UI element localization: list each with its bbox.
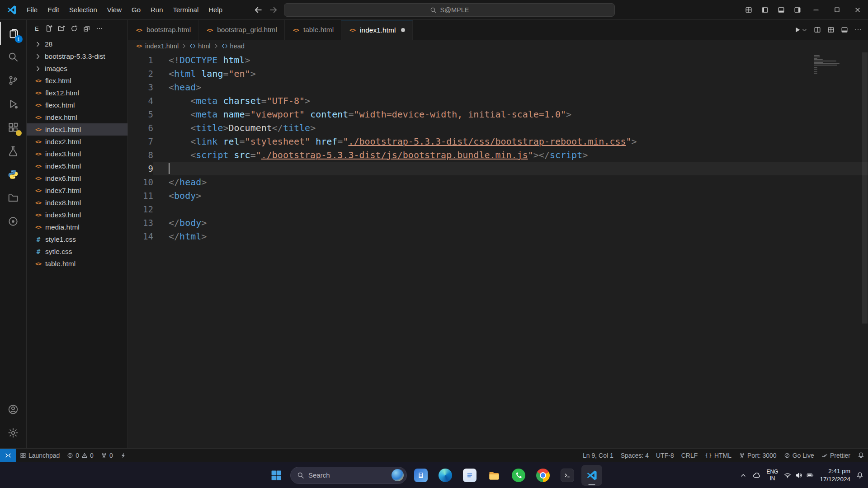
activity-item-source-control[interactable] xyxy=(0,69,27,92)
status-launchpad[interactable]: Launchpad xyxy=(16,449,63,462)
start-button[interactable] xyxy=(266,465,287,486)
menu-selection[interactable]: Selection xyxy=(64,0,102,19)
customize-layout-icon[interactable] xyxy=(745,6,752,14)
taskbar-calculator[interactable] xyxy=(410,465,431,486)
tab-table.html[interactable]: <>table.html xyxy=(285,20,341,40)
quick-settings[interactable] xyxy=(784,472,814,479)
activity-item-account[interactable] xyxy=(0,398,27,421)
line-number[interactable]: 8 xyxy=(128,148,153,162)
taskbar-terminal[interactable] xyxy=(557,465,578,486)
notification-bell-icon[interactable] xyxy=(856,472,863,479)
folder-item-28[interactable]: 28 xyxy=(27,38,127,50)
editor-more-actions-icon[interactable] xyxy=(854,26,862,33)
activity-item-folder[interactable] xyxy=(0,186,27,210)
remote-indicator[interactable] xyxy=(0,449,16,462)
file-item-table.html[interactable]: <>table.html xyxy=(27,258,127,270)
onedrive-cloud-icon[interactable] xyxy=(753,471,760,479)
code-line[interactable]: 11<body> xyxy=(128,189,868,202)
code-line[interactable]: 4 <meta charset="UTF-8"> xyxy=(128,94,868,108)
clock[interactable]: 2:41 pm 17/12/2024 xyxy=(820,467,850,483)
activity-item-extensions[interactable] xyxy=(0,116,27,139)
back-arrow-icon[interactable] xyxy=(253,5,263,15)
file-item-flexx.html[interactable]: <>flexx.html xyxy=(27,99,127,111)
hidden-icons-chevron[interactable] xyxy=(740,472,747,479)
file-item-sytle.css[interactable]: #sytle.css xyxy=(27,245,127,258)
status-port[interactable]: Port: 3000 xyxy=(735,449,780,462)
file-item-index3.html[interactable]: <>index3.html xyxy=(27,148,127,160)
more-actions-icon[interactable] xyxy=(96,25,103,32)
file-item-index1.html[interactable]: <>index1.html xyxy=(27,123,127,136)
line-number[interactable]: 11 xyxy=(128,189,153,202)
activity-item-testing[interactable] xyxy=(0,139,27,163)
file-item-index2.html[interactable]: <>index2.html xyxy=(27,136,127,148)
new-file-icon[interactable] xyxy=(45,25,52,32)
activity-item-search[interactable] xyxy=(0,45,27,69)
line-number[interactable]: 6 xyxy=(128,121,153,135)
code-line[interactable]: 1<!DOCTYPE html> xyxy=(128,53,868,67)
code-line[interactable]: 12 xyxy=(128,202,868,216)
code-line[interactable]: 7 <link rel="stylesheet" href="./bootstr… xyxy=(128,135,868,148)
command-center-search[interactable]: S@MPLE xyxy=(284,3,615,17)
tab-index1.html[interactable]: <>index1.html xyxy=(341,20,413,40)
file-item-flex12.html[interactable]: <>flex12.html xyxy=(27,87,127,99)
activity-item-run-and-debug[interactable] xyxy=(0,92,27,116)
taskbar-whatsapp[interactable] xyxy=(508,465,529,486)
line-number[interactable]: 12 xyxy=(128,202,153,216)
close-button[interactable] xyxy=(847,0,868,20)
line-number[interactable]: 2 xyxy=(128,67,153,80)
notifications-bell[interactable] xyxy=(854,449,868,462)
line-number[interactable]: 3 xyxy=(128,80,153,94)
toggle-panel-icon[interactable] xyxy=(778,6,785,14)
activity-item-settings[interactable] xyxy=(0,421,27,445)
menu-terminal[interactable]: Terminal xyxy=(168,0,204,19)
file-item-media.html[interactable]: <>media.html xyxy=(27,221,127,233)
activity-item-explorer[interactable]: 1 xyxy=(0,22,27,45)
scrollbar-thumb[interactable] xyxy=(862,52,868,324)
code-line[interactable]: 6 <title>Document</title> xyxy=(128,121,868,135)
line-number[interactable]: 5 xyxy=(128,108,153,121)
editor-scrollbar[interactable] xyxy=(862,52,868,448)
maximize-button[interactable] xyxy=(826,0,847,20)
line-number[interactable]: 13 xyxy=(128,216,153,230)
activity-item-disc[interactable] xyxy=(0,210,27,233)
menu-run[interactable]: Run xyxy=(146,0,168,19)
folder-item-bootstrap-5.3.3-dist[interactable]: bootstrap-5.3.3-dist xyxy=(27,50,127,62)
line-number[interactable]: 7 xyxy=(128,135,153,148)
status-go-live[interactable]: Go Live xyxy=(780,449,818,462)
code-editor[interactable]: 1<!DOCTYPE html>2<html lang="en">3<head>… xyxy=(128,52,868,448)
taskbar-notepad[interactable] xyxy=(459,465,480,486)
file-item-style1.css[interactable]: #style1.css xyxy=(27,233,127,245)
code-line[interactable]: 5 <meta name="viewport" content="width=d… xyxy=(128,108,868,121)
toggle-panel-bottom-icon[interactable] xyxy=(841,26,848,33)
line-number[interactable]: 4 xyxy=(128,94,153,108)
status-cursor-position[interactable]: Ln 9, Col 1 xyxy=(579,449,617,462)
collapse-folders-icon[interactable] xyxy=(83,25,90,32)
breadcrumb-item[interactable]: <>index1.html xyxy=(135,42,179,50)
file-item-index9.html[interactable]: <>index9.html xyxy=(27,209,127,221)
code-line[interactable]: 10</head> xyxy=(128,175,868,189)
line-number[interactable]: 9 xyxy=(128,162,153,175)
language-indicator[interactable]: ENG IN xyxy=(766,469,778,482)
code-line[interactable]: 13</body> xyxy=(128,216,868,230)
menu-go[interactable]: Go xyxy=(127,0,146,19)
folder-item-images[interactable]: images xyxy=(27,62,127,75)
taskbar-search[interactable]: Search xyxy=(290,467,407,484)
file-item-index6.html[interactable]: <>index6.html xyxy=(27,172,127,184)
file-item-flex.html[interactable]: <>flex.html xyxy=(27,75,127,87)
forward-arrow-icon[interactable] xyxy=(269,5,278,15)
line-number[interactable]: 14 xyxy=(128,230,153,243)
bing-daily-icon[interactable] xyxy=(392,469,404,481)
taskbar-vscode[interactable] xyxy=(581,465,602,486)
status-language[interactable]: {} HTML xyxy=(701,449,735,462)
split-editor-icon[interactable] xyxy=(814,26,821,33)
status-power[interactable] xyxy=(117,449,130,462)
activity-item-python[interactable] xyxy=(0,163,27,186)
minimap[interactable] xyxy=(814,55,861,74)
breadcrumb-item[interactable]: html xyxy=(189,42,210,50)
code-line[interactable]: 8 <script src="./bootstrap-5.3.3-dist/js… xyxy=(128,148,868,162)
menu-help[interactable]: Help xyxy=(203,0,227,19)
file-item-index8.html[interactable]: <>index8.html xyxy=(27,197,127,209)
run-button[interactable] xyxy=(794,26,807,33)
taskbar-chrome[interactable] xyxy=(533,465,553,486)
line-number[interactable]: 10 xyxy=(128,175,153,189)
